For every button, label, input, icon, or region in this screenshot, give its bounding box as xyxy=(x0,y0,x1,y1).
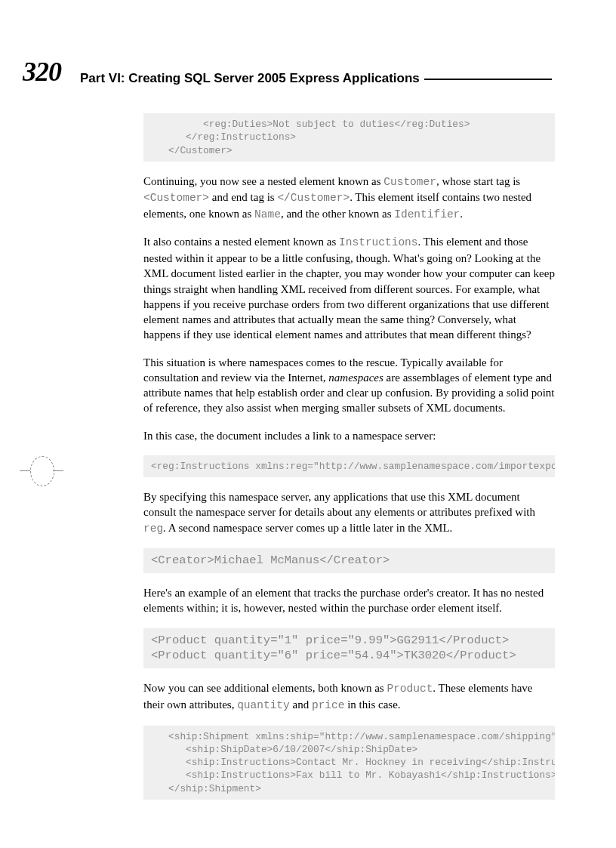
code-block-shipment: <ship:Shipment xmlns:ship="http://www.sa… xyxy=(143,726,555,800)
inline-code: <Customer> xyxy=(143,192,209,204)
code-block-customer-close: <reg:Duties>Not subject to duties</reg:D… xyxy=(143,113,555,162)
text: , whose start tag is xyxy=(436,175,520,187)
text: in this case. xyxy=(344,698,400,711)
paragraph: Here's an example of an element that tra… xyxy=(143,585,555,616)
paragraph: Continuing, you now see a nested element… xyxy=(143,174,555,223)
inline-code: </Customer> xyxy=(277,192,350,204)
technical-stuff-icon xyxy=(20,450,60,491)
text: By specifying this namespace server, any… xyxy=(143,491,535,518)
inline-code: price xyxy=(312,699,345,711)
code-block-products: <Product quantity="1" price="9.99">GG291… xyxy=(143,628,555,669)
page-number: 320 xyxy=(23,56,61,88)
paragraph: It also contains a nested element known … xyxy=(143,234,555,342)
text: Continuing, you now see a nested element… xyxy=(143,175,383,187)
inline-code: Product xyxy=(387,683,433,695)
header-rule xyxy=(424,79,552,80)
text: and end tag is xyxy=(209,191,277,203)
inline-code: quantity xyxy=(237,699,290,711)
code-block-creator: <Creator>Michael McManus</Creator> xyxy=(143,548,555,573)
header-text: Part VI: Creating SQL Server 2005 Expres… xyxy=(80,71,424,86)
text: . xyxy=(460,208,463,220)
code-block-namespace: <reg:Instructions xmlns:reg="http://www.… xyxy=(143,455,555,477)
text: . This element and those nested within i… xyxy=(143,236,555,341)
italic-text: namespaces xyxy=(328,372,383,384)
text: Now you can see additional elements, bot… xyxy=(143,682,387,694)
text: , and the other known as xyxy=(281,208,394,220)
paragraph: Now you can see additional elements, bot… xyxy=(143,680,555,713)
text: . A second namespace server comes up a l… xyxy=(163,522,452,534)
inline-code: Name xyxy=(254,208,281,220)
text: and xyxy=(290,698,312,711)
inline-code: Identifier xyxy=(394,208,460,220)
inline-code: Instructions xyxy=(339,236,417,248)
page-header: Part VI: Creating SQL Server 2005 Expres… xyxy=(80,71,552,86)
paragraph: By specifying this namespace server, any… xyxy=(143,489,555,536)
inline-code: reg xyxy=(143,523,163,535)
paragraph: In this case, the document includes a li… xyxy=(143,428,555,443)
body-content: <reg:Duties>Not subject to duties</reg:D… xyxy=(143,113,555,812)
text: It also contains a nested element known … xyxy=(143,236,339,248)
paragraph: This situation is where namespaces comes… xyxy=(143,355,555,416)
inline-code: Customer xyxy=(383,176,436,188)
